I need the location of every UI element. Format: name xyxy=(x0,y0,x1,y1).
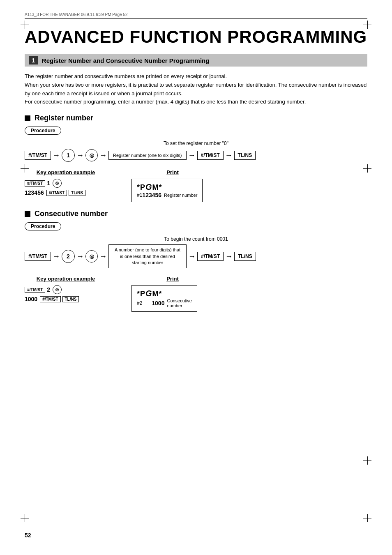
key-val-2: 1000 xyxy=(25,296,37,302)
flow-xcircle-1: ⊗ xyxy=(85,149,98,161)
print-value-row-2: #2 1000 Consecutive number xyxy=(137,298,192,308)
flow-arrow-10: → xyxy=(224,252,233,261)
key-box-tlns-2: TL/NS xyxy=(62,296,79,302)
print-hash-2: #2 xyxy=(137,300,142,306)
body-text: The register number and consecutive numb… xyxy=(25,72,367,106)
example-print-row-2: Key operation example #/TM/ST 2 ⊗ 1000 #… xyxy=(25,276,367,312)
key-row-2b: 1000 #/TM/ST TL/NS xyxy=(25,296,79,302)
flow-box-tmst-1: #/TM/ST xyxy=(25,151,51,160)
register-label-1: Register number xyxy=(164,193,197,198)
print-label-2: Print xyxy=(131,276,214,282)
procedure-badge-1: Procedure xyxy=(25,127,61,135)
section-number: 1 xyxy=(29,56,38,64)
flow-diagram-1: To set the register number "0" #/TM/ST →… xyxy=(25,140,367,162)
flow-arrow-5: → xyxy=(224,151,233,160)
print-value-row-1: #1 123456 Register number xyxy=(137,192,197,198)
print-hash-1: #1 xyxy=(137,192,142,198)
key-xcircle-1: ⊗ xyxy=(53,179,62,188)
flow-arrow-9: → xyxy=(187,252,196,261)
key-row-1b: 123456 #/TM/ST TL/NS xyxy=(25,189,85,196)
crosshair-br2 xyxy=(363,456,371,465)
header-meta-text: A113_3 FOR THE MANAGER 06.9.11 6:39 PM P… xyxy=(25,12,128,17)
crosshair-tr xyxy=(363,21,371,29)
flow-box-tmst-4: #/TM/ST xyxy=(197,252,224,261)
print-label-1: Print xyxy=(131,169,214,175)
flow-arrow-6: → xyxy=(52,252,61,261)
flow-rect-1: Register number (one to six digits) xyxy=(108,151,187,160)
example-label-1: Key operation example xyxy=(25,169,107,175)
black-square-icon xyxy=(25,115,30,121)
key-xcircle-2: ⊗ xyxy=(53,285,62,294)
consecutive-label: Consecutive number xyxy=(167,298,192,308)
consecutive-number-heading: Consecutive number xyxy=(25,210,367,218)
key-box-tmst-1b: #/TM/ST xyxy=(46,190,67,196)
flow-rect-2: A number (one to four digits) that is on… xyxy=(108,244,187,268)
example-col-1: Key operation example #/TM/ST 1 ⊗ 123456… xyxy=(25,169,107,196)
header-meta: A113_3 FOR THE MANAGER 06.9.11 6:39 PM P… xyxy=(25,12,367,19)
print-area-2: *PGM* #2 1000 Consecutive number xyxy=(131,285,197,312)
flow-arrow-4: → xyxy=(187,151,196,160)
key-box-tmst-2a: #/TM/ST xyxy=(25,287,45,293)
crosshair-mr xyxy=(363,164,371,173)
print-pgm-2: *PGM* xyxy=(137,289,192,298)
page-container: A113_3 FOR THE MANAGER 06.9.11 6:39 PM P… xyxy=(0,0,392,555)
flow-arrow-3: → xyxy=(99,151,108,160)
print-value-label-row-2: 1000 Consecutive number xyxy=(152,298,192,308)
print-number-2: 1000 xyxy=(152,300,164,306)
print-value-label-row-1: 123456 Register number xyxy=(142,192,197,198)
print-area-1: *PGM* #1 123456 Register number xyxy=(131,179,203,202)
flow-hint-1: To set the register number "0" xyxy=(25,140,367,146)
crosshair-ml xyxy=(21,164,29,173)
flow-arrow-8: → xyxy=(99,252,108,261)
flow-box-tmst-3: #/TM/ST xyxy=(25,252,51,261)
page-number: 52 xyxy=(25,532,31,539)
body-line-1: The register number and consecutive numb… xyxy=(25,72,367,81)
flow-hint-2: To begin the count from 0001 xyxy=(25,236,367,242)
flow-circle-1: 1 xyxy=(62,149,75,162)
key-op-area-2: #/TM/ST 2 ⊗ 1000 #/TM/ST TL/NS xyxy=(25,285,107,302)
flow-arrow-7: → xyxy=(76,252,85,261)
key-op-area-1: #/TM/ST 1 ⊗ 123456 #/TM/ST TL/NS xyxy=(25,179,107,196)
key-box-tmst-2b: #/TM/ST xyxy=(40,296,60,302)
body-line-2: When your store has two or more register… xyxy=(25,81,367,98)
crosshair-bl xyxy=(21,514,29,522)
flow-circle-2: 2 xyxy=(62,250,75,263)
flow-arrow-1: → xyxy=(52,151,61,160)
section-header: 1 Register Number and Consecutive Number… xyxy=(25,54,367,67)
key-box-tmst-1: #/TM/ST xyxy=(25,180,45,187)
black-square-icon-2 xyxy=(25,211,30,217)
print-pgm-1: *PGM* xyxy=(137,182,197,192)
section-title: Register Number and Consecutive Number P… xyxy=(42,57,210,64)
crosshair-br xyxy=(363,514,371,522)
print-number-1: 123456 xyxy=(142,192,161,198)
flow-box-tlns-2: TL/NS xyxy=(234,252,256,261)
procedure-badge-2: Procedure xyxy=(25,222,61,230)
flow-xcircle-2: ⊗ xyxy=(85,250,98,263)
key-num-1: 1 xyxy=(47,180,50,187)
example-label-2: Key operation example xyxy=(25,276,107,282)
main-title: ADVANCED FUNCTION PROGRAMMING xyxy=(25,27,367,47)
body-line-3: For consecutive number programming, ente… xyxy=(25,98,367,106)
crosshair-tl xyxy=(21,21,29,29)
flow-row-1: #/TM/ST → 1 → ⊗ → Register number (one t… xyxy=(25,149,367,162)
key-box-tlns-1: TL/NS xyxy=(69,190,85,196)
print-col-1: Print *PGM* #1 123456 Register number xyxy=(131,169,214,202)
flow-row-2: #/TM/ST → 2 → ⊗ → A number (one to four … xyxy=(25,244,367,268)
flow-box-tlns-1: TL/NS xyxy=(234,151,256,160)
key-row-2a: #/TM/ST 2 ⊗ xyxy=(25,285,62,294)
flow-diagram-2: To begin the count from 0001 #/TM/ST → 2… xyxy=(25,236,367,268)
key-row-1a: #/TM/ST 1 ⊗ xyxy=(25,179,62,188)
flow-arrow-2: → xyxy=(76,151,85,160)
register-number-heading: Register number xyxy=(25,114,367,122)
example-print-row-1: Key operation example #/TM/ST 1 ⊗ 123456… xyxy=(25,169,367,202)
example-col-2: Key operation example #/TM/ST 2 ⊗ 1000 #… xyxy=(25,276,107,302)
key-num-2: 2 xyxy=(47,286,50,293)
print-col-2: Print *PGM* #2 1000 Consecutive number xyxy=(131,276,214,312)
flow-box-tmst-2: #/TM/ST xyxy=(197,151,224,160)
key-val-1: 123456 xyxy=(25,189,44,196)
